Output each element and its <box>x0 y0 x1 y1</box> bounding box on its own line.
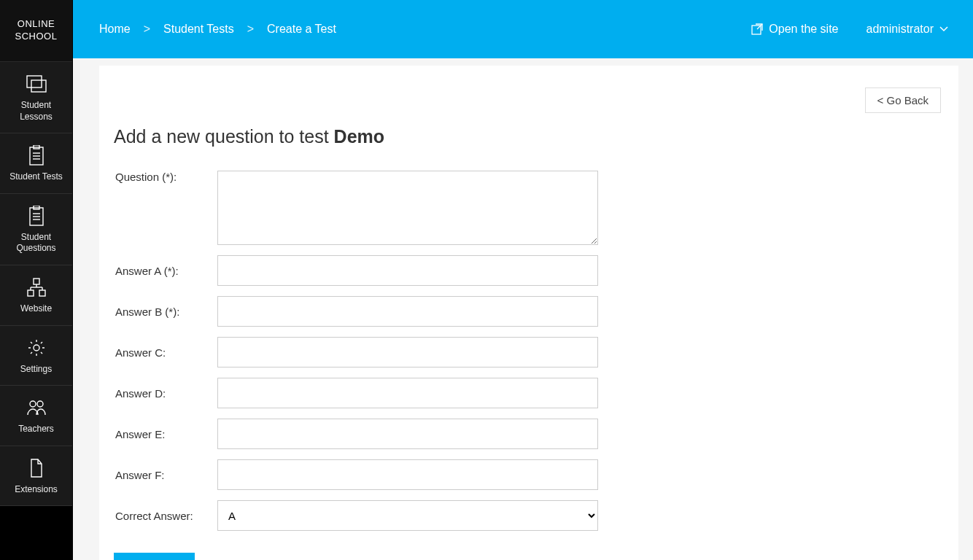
extensions-icon <box>26 458 47 478</box>
sidebar-item-label: Student Tests <box>9 171 63 183</box>
breadcrumb-sep: > <box>247 23 254 36</box>
sidebar-item-student-lessons[interactable]: Student Lessons <box>0 62 72 133</box>
sidebar-item-student-questions[interactable]: Student Questions <box>0 194 72 265</box>
sidebar-item-website[interactable]: Website <box>0 265 72 326</box>
breadcrumb: Home > Student Tests > Create a Test <box>99 23 336 36</box>
label-answer-d: Answer D: <box>114 387 217 400</box>
question-textarea[interactable] <box>217 171 598 245</box>
svg-point-19 <box>34 345 39 351</box>
label-answer-a: Answer A (*): <box>114 265 217 277</box>
add-button[interactable]: Add <box>114 553 195 560</box>
answer-a-input[interactable] <box>217 255 598 286</box>
svg-point-21 <box>37 401 43 407</box>
open-site-link[interactable]: Open the site <box>751 23 838 36</box>
sidebar-item-label: Student Questions <box>4 232 68 254</box>
content: < Go Back Add a new question to test Dem… <box>73 58 973 560</box>
teachers-icon <box>26 397 47 418</box>
answer-c-input[interactable] <box>217 337 598 368</box>
tests-icon <box>26 145 47 166</box>
svg-rect-0 <box>27 76 42 88</box>
sidebar-item-teachers[interactable]: Teachers <box>0 386 72 446</box>
sidebar-item-settings[interactable]: Settings <box>0 326 72 386</box>
card: < Go Back Add a new question to test Dem… <box>99 66 958 560</box>
sidebar-item-label: Website <box>20 303 52 315</box>
label-answer-b: Answer B (*): <box>114 306 217 318</box>
svg-rect-14 <box>39 290 45 296</box>
breadcrumb-create-test[interactable]: Create a Test <box>267 23 336 36</box>
user-menu[interactable]: administrator <box>867 23 948 36</box>
page-title-name: Demo <box>334 126 384 147</box>
external-link-icon <box>751 23 763 35</box>
website-icon <box>26 277 47 298</box>
brand-text: ONLINE SCHOOL <box>0 18 72 43</box>
breadcrumb-sep: > <box>144 23 150 36</box>
chevron-down-icon <box>939 26 948 32</box>
answer-e-input[interactable] <box>217 419 598 449</box>
answer-d-input[interactable] <box>217 378 598 408</box>
topbar: Home > Student Tests > Create a Test Ope… <box>73 0 973 58</box>
sidebar-item-label: Teachers <box>18 424 54 435</box>
correct-answer-select[interactable]: A <box>217 500 598 531</box>
page-title-prefix: Add a new question to test <box>114 126 334 147</box>
page-title: Add a new question to test Demo <box>114 126 941 147</box>
main: Home > Student Tests > Create a Test Ope… <box>73 0 973 560</box>
svg-rect-13 <box>28 290 34 296</box>
svg-rect-12 <box>34 279 39 284</box>
questions-icon <box>26 206 47 226</box>
label-answer-c: Answer C: <box>114 346 217 359</box>
label-correct-answer: Correct Answer: <box>114 510 217 522</box>
breadcrumb-student-tests[interactable]: Student Tests <box>163 23 234 36</box>
label-question: Question (*): <box>114 171 217 183</box>
open-site-label: Open the site <box>769 23 838 36</box>
go-back-button[interactable]: < Go Back <box>865 88 941 113</box>
lessons-icon <box>26 74 47 94</box>
sidebar-item-label: Student Lessons <box>4 100 68 122</box>
gear-icon <box>26 338 47 358</box>
sidebar-item-label: Extensions <box>15 484 58 496</box>
sidebar: ONLINE SCHOOL Student Lessons <box>0 0 73 560</box>
brand-logo: ONLINE SCHOOL <box>0 0 72 62</box>
sidebar-item-student-tests[interactable]: Student Tests <box>0 133 72 194</box>
user-name: administrator <box>867 23 934 36</box>
svg-rect-1 <box>31 80 46 92</box>
breadcrumb-home[interactable]: Home <box>99 23 131 36</box>
answer-b-input[interactable] <box>217 296 598 327</box>
sidebar-item-extensions[interactable]: Extensions <box>0 446 72 507</box>
label-answer-e: Answer E: <box>114 428 217 440</box>
sidebar-item-label: Settings <box>20 364 52 376</box>
svg-point-20 <box>30 401 36 407</box>
label-answer-f: Answer F: <box>114 469 217 481</box>
answer-f-input[interactable] <box>217 459 598 490</box>
